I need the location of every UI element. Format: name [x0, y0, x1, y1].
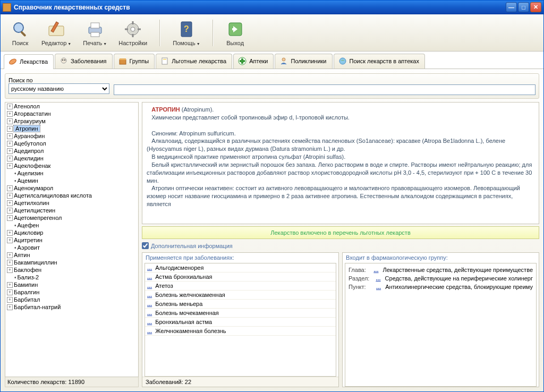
tree-item[interactable]: +Ацетомепрегенол	[5, 214, 138, 221]
disease-row[interactable]: ...Болезнь желчнокаменная	[145, 291, 336, 300]
pharma-link[interactable]: ...	[373, 267, 378, 273]
tab-diseases[interactable]: Заболевания	[55, 54, 113, 69]
expand-icon[interactable]: +	[7, 126, 13, 132]
svg-point-8	[131, 27, 135, 31]
search-type-select[interactable]: русскому названию	[8, 83, 109, 94]
tab-clinics[interactable]: Поликлиники	[275, 54, 332, 69]
expand-icon[interactable]: +	[7, 163, 13, 169]
tab-pharmacy-search[interactable]: Поиск лекарств в аптеках	[334, 54, 425, 69]
expand-icon[interactable]: +	[7, 252, 13, 258]
expand-icon[interactable]: +	[7, 133, 13, 139]
expand-icon[interactable]: +	[7, 193, 13, 199]
tree-item[interactable]: +Аятин	[5, 251, 138, 259]
tree-item[interactable]: +Ацетилцистеин	[5, 207, 138, 214]
print-button[interactable]: Печать▼	[77, 17, 113, 49]
disease-row[interactable]: ...Астма бронхиальная	[145, 272, 336, 282]
editor-button[interactable]: Редактор▼	[36, 17, 77, 49]
disease-row[interactable]: ...Желчнокаменная болезнь	[145, 327, 336, 336]
expand-icon[interactable]: +	[7, 111, 13, 117]
tree-item[interactable]: +Атенолол	[5, 103, 138, 110]
tree-item[interactable]: +Атракуриум	[5, 117, 138, 125]
pharma-link[interactable]: ...	[376, 284, 381, 290]
tree-item[interactable]: +Бакампициллин	[5, 259, 138, 266]
additional-info-row[interactable]: Дополнительная информация	[142, 241, 539, 250]
tree-item[interactable]: +Ацеклофенак	[5, 162, 138, 169]
search-button[interactable]: Поиск	[5, 17, 36, 49]
exit-button[interactable]: Выход	[220, 17, 251, 49]
expand-icon[interactable]: +	[7, 148, 13, 154]
tab-preferential[interactable]: Льготные лекарства	[156, 54, 232, 69]
tab-drugs[interactable]: Лекарства	[4, 54, 54, 69]
tree-item[interactable]: +Барбитал	[5, 296, 138, 303]
expand-icon[interactable]: +	[7, 200, 13, 206]
tree-item[interactable]: +Ацитретин	[5, 236, 138, 244]
tree-item[interactable]: •Ацелизин	[5, 169, 138, 177]
tab-pharmacies[interactable]: Аптеки	[233, 54, 274, 69]
svg-rect-24	[163, 59, 166, 59]
tree-item[interactable]: +Ацикловир	[5, 229, 138, 236]
tree-item[interactable]: +Баклофен	[5, 266, 138, 274]
tree-item[interactable]: •Ацефен	[5, 221, 138, 229]
tree-item[interactable]: +Ацетилхолин	[5, 199, 138, 207]
minimize-button[interactable]: —	[506, 2, 517, 12]
disease-link[interactable]: ...	[147, 301, 152, 307]
tree-item[interactable]: +Аценокумарол	[5, 184, 138, 192]
disease-link[interactable]: ...	[147, 310, 152, 316]
chevron-down-icon: ▼	[67, 42, 71, 46]
search-input[interactable]	[114, 84, 536, 95]
tree-item[interactable]: +Аторвастатин	[5, 110, 138, 117]
drug-description[interactable]: АТРОПИН (Atropinum). Химически представл…	[142, 102, 539, 224]
pharma-group-body[interactable]: Глава:...Лекарственные средства, действу…	[345, 263, 536, 386]
disease-row[interactable]: ...Болезнь меньера	[145, 300, 336, 309]
tree-item[interactable]: +Баралгин	[5, 288, 138, 296]
disease-link[interactable]: ...	[147, 283, 152, 289]
disease-link[interactable]: ...	[147, 265, 152, 271]
expand-icon[interactable]: +	[7, 208, 13, 214]
settings-button[interactable]: Настройки	[113, 17, 153, 49]
tree-item[interactable]: •Аэровит	[5, 244, 138, 251]
tree-item[interactable]: +Ацебутолол	[5, 140, 138, 147]
tree-item[interactable]: •Ацемин	[5, 177, 138, 184]
expand-icon[interactable]: +	[7, 297, 13, 303]
tree-item[interactable]: •Бализ-2	[5, 274, 138, 281]
tree-item[interactable]: +Барбитал-натрий	[5, 303, 138, 311]
tree-item[interactable]: +Атропин	[5, 125, 138, 132]
tree-item[interactable]: +Ауранофин	[5, 132, 138, 140]
expand-icon[interactable]: +	[7, 215, 13, 221]
svg-point-28	[282, 58, 285, 61]
help-button[interactable]: ? Помощь▼	[167, 17, 206, 49]
tree-item[interactable]: +Ацеклидин	[5, 155, 138, 162]
expand-icon[interactable]: +	[7, 230, 13, 236]
drug-tree[interactable]: +Атенолол+Аторвастатин+Атракуриум+Атропи…	[5, 102, 139, 377]
disease-list[interactable]: ...Альгодисменорея...Астма бронхиальная.…	[145, 263, 336, 376]
tree-item-label: Ацетилцистеин	[14, 207, 55, 214]
disease-link[interactable]: ...	[147, 328, 152, 334]
expand-icon[interactable]: +	[7, 282, 13, 288]
tree-item[interactable]: +Бамипин	[5, 281, 138, 288]
expand-icon[interactable]: +	[7, 118, 13, 124]
maximize-button[interactable]: □	[518, 2, 529, 12]
disease-row[interactable]: ...Атетоз	[145, 282, 336, 291]
additional-info-checkbox[interactable]	[142, 242, 149, 249]
disease-row[interactable]: ...Бронхиальная астма	[145, 318, 336, 327]
expand-icon[interactable]: +	[7, 156, 13, 161]
expand-icon[interactable]: +	[7, 185, 13, 191]
expand-icon[interactable]: +	[7, 237, 13, 243]
disease-link[interactable]: ...	[147, 292, 152, 298]
expand-icon[interactable]: +	[7, 267, 13, 273]
expand-icon[interactable]: +	[7, 260, 13, 266]
close-button[interactable]: ✕	[530, 2, 541, 12]
disease-link[interactable]: ...	[147, 319, 152, 325]
tree-item[interactable]: +Ацетилсалициловая кислота	[5, 192, 138, 199]
disease-row[interactable]: ...Болезнь мочекаменная	[145, 309, 336, 318]
tab-groups[interactable]: Группы	[114, 54, 155, 69]
expand-icon[interactable]: +	[7, 141, 13, 147]
expand-icon[interactable]: +	[7, 289, 13, 295]
toolbar-separator	[212, 20, 214, 46]
pharma-link[interactable]: ...	[376, 275, 380, 282]
tree-item[interactable]: +Ацедипрол	[5, 147, 138, 155]
expand-icon[interactable]: +	[7, 104, 13, 109]
disease-row[interactable]: ...Альгодисменорея	[145, 263, 336, 272]
expand-icon[interactable]: +	[7, 304, 13, 310]
disease-link[interactable]: ...	[147, 274, 152, 280]
